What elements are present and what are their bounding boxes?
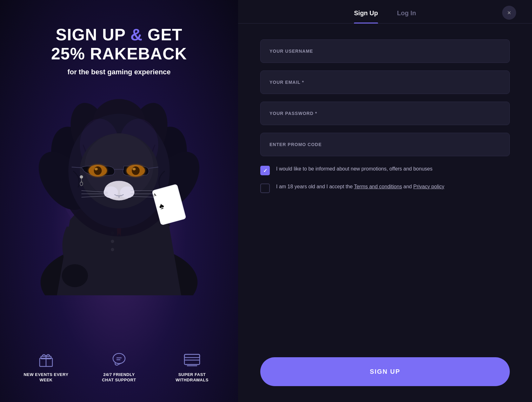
signup-button[interactable]: SIGN UP [260,357,510,386]
tab-login[interactable]: Log In [397,10,416,23]
password-input[interactable] [260,102,510,125]
feature-withdrawals: SUPER FASTWITHDRAWALS [167,351,217,383]
left-panel: SIGN UP & GET 25% RAKEBACK for the best … [0,0,238,402]
privacy-link[interactable]: Privacy policy [413,184,444,189]
email-field-group [260,70,510,94]
svg-point-48 [113,353,125,364]
username-field-group [260,39,510,63]
lion-illustration: ♠ A A [24,79,214,295]
feature-new-events: NEW EVENTS EVERY WEEK [21,351,71,383]
right-panel: Sign Up Log In × I would like to be info [238,0,532,402]
svg-point-22 [132,166,140,175]
svg-point-21 [94,166,102,175]
svg-point-39 [62,264,88,287]
features-bar: NEW EVENTS EVERY WEEK 24/7 FRIENDLYCHAT … [0,351,238,383]
hero-subtitle: for the best gaming experience [51,68,187,76]
promo-input[interactable] [260,133,510,156]
tabs-header: Sign Up Log In × [238,0,532,23]
feature-chat-support: 24/7 FRIENDLYCHAT SUPPORT [94,351,144,383]
svg-point-25 [80,175,83,178]
promo-field-group [260,133,510,156]
gift-icon [37,351,55,368]
hero-text-block: SIGN UP & GET 25% RAKEBACK for the best … [51,0,187,83]
svg-point-23 [95,168,98,170]
signup-form: I would like to be informed about new pr… [238,23,532,357]
terms-label: I am 18 years old and I accept the Terms… [276,183,444,191]
chat-icon [110,351,128,368]
withdrawal-icon [183,351,201,368]
tab-list: Sign Up Log In [257,10,513,23]
feature-new-events-label: NEW EVENTS EVERY WEEK [21,372,71,383]
checkbox-group: I would like to be informed about new pr… [260,165,510,193]
terms-link[interactable]: Terms and conditions [354,184,402,189]
svg-rect-52 [184,354,200,358]
svg-point-4 [111,239,114,243]
password-field-group [260,102,510,125]
feature-chat-label: 24/7 FRIENDLYCHAT SUPPORT [102,372,136,383]
username-input[interactable] [260,39,510,63]
feature-withdrawal-label: SUPER FASTWITHDRAWALS [176,372,209,383]
terms-checkbox-row: I am 18 years old and I accept the Terms… [260,183,510,193]
svg-rect-51 [184,354,200,365]
hero-title: SIGN UP & GET 25% RAKEBACK [51,25,187,64]
signup-button-wrap: SIGN UP [238,357,532,402]
promotions-checkbox[interactable] [260,166,270,175]
close-button[interactable]: × [502,6,516,20]
promotions-checkbox-row: I would like to be informed about new pr… [260,165,510,175]
tab-signup[interactable]: Sign Up [354,10,378,23]
svg-point-32 [120,186,134,198]
svg-point-5 [111,248,114,251]
svg-point-24 [132,168,136,170]
promotions-label: I would like to be informed about new pr… [276,165,432,173]
terms-checkbox[interactable] [260,184,270,193]
email-input[interactable] [260,70,510,94]
